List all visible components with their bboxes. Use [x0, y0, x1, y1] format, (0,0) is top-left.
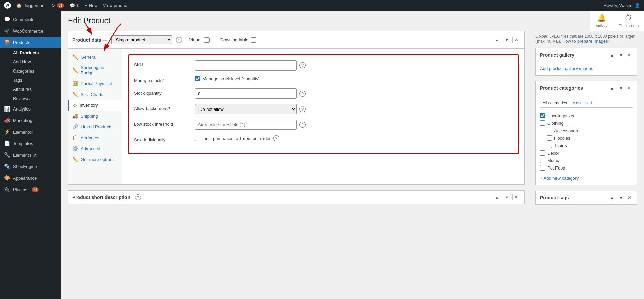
sidebar: 💬 Comments 🛒 WooCommerce 📦 Products All …	[0, 11, 61, 299]
cat-checkbox-accessories[interactable]	[547, 128, 552, 133]
tab-inventory[interactable]: ◇ Inventory	[68, 100, 122, 111]
cat-checkbox-clothing[interactable]	[540, 120, 545, 126]
sold-individually-field: Limit purchases to 1 item per order ?	[195, 135, 513, 141]
sidebar-item-elementskit[interactable]: 🔧 ElementsKit	[0, 149, 61, 161]
short-desc-collapse-down-btn[interactable]: ▼	[503, 194, 511, 200]
sidebar-item-shopengine[interactable]: 🔩 ShopEngine	[0, 161, 61, 172]
backorders-field: Do not allow Allow, but notify customer …	[195, 104, 513, 114]
adminbar-comments[interactable]: 💬 0	[70, 3, 79, 8]
size-charts-tab-icon: ✏️	[72, 92, 78, 97]
sidebar-sub-all-products[interactable]: All Products	[0, 48, 61, 57]
tab-linked-products[interactable]: 🔗 Linked Products	[68, 121, 122, 132]
sidebar-item-analytics[interactable]: 📊 Analytics	[0, 103, 61, 115]
backorders-help-icon[interactable]: ?	[299, 106, 306, 112]
tags-close-btn[interactable]: ✕	[626, 194, 633, 201]
cat-checkbox-petfood[interactable]	[540, 165, 545, 171]
cat-label-accessories: Accessories	[554, 128, 578, 133]
virtual-checkbox[interactable]	[204, 37, 210, 43]
collapse-down-btn[interactable]: ▼	[503, 37, 511, 43]
product-type-help-icon[interactable]: ?	[176, 37, 182, 43]
downloadable-checkbox[interactable]	[251, 37, 256, 43]
adminbar-updates[interactable]: ↻ 31	[51, 3, 64, 8]
cat-item-hoodies: Hoodies	[540, 134, 633, 142]
gallery-collapse-up-btn[interactable]: ▲	[608, 52, 616, 58]
product-gallery-content: Add product gallery images	[536, 62, 637, 75]
wp-logo[interactable]: W	[4, 2, 11, 9]
sidebar-item-plugins[interactable]: 🔌 Plugins 14	[0, 184, 61, 195]
cat-label-decor: Decor	[547, 151, 559, 156]
sold-individually-checkbox[interactable]	[195, 136, 200, 141]
stock-qty-row: Stock quantity ?	[134, 88, 513, 99]
tab-get-more-options[interactable]: ✏️ Get more options	[68, 154, 122, 165]
sidebar-item-marketing[interactable]: 📣 Marketing	[0, 115, 61, 126]
tab-shopengine-badge[interactable]: ✏️ Shopengine Badge	[68, 62, 122, 78]
sidebar-item-woocommerce[interactable]: 🛒 WooCommerce	[0, 25, 61, 37]
categories-close-btn[interactable]: ✕	[626, 85, 633, 92]
backorders-select[interactable]: Do not allow Allow, but notify customer …	[195, 104, 297, 114]
cat-tab-most-used[interactable]: Most Used	[570, 99, 594, 107]
short-desc-collapse-up-btn[interactable]: ▲	[493, 194, 501, 200]
short-desc-help-icon[interactable]: ?	[135, 194, 141, 200]
activity-button[interactable]: 🔔 Activity	[590, 11, 613, 31]
stock-qty-input[interactable]	[195, 88, 297, 99]
linked-products-tab-icon: 🔗	[72, 124, 78, 129]
sku-input[interactable]	[195, 60, 297, 71]
sidebar-sub-categories[interactable]: Categories	[0, 66, 61, 76]
sidebar-item-templates[interactable]: 📄 Templates	[0, 138, 61, 149]
shipping-tab-icon: 🚚	[72, 113, 78, 119]
sidebar-sub-add-new[interactable]: Add New	[0, 57, 61, 66]
low-stock-help-icon[interactable]: ?	[299, 122, 306, 128]
cat-item-tshirts: Tshirts	[540, 142, 633, 149]
sidebar-sub-tags[interactable]: Tags	[0, 76, 61, 85]
cat-checkbox-hoodies[interactable]	[547, 135, 552, 141]
cat-item-petfood: Pet Food	[540, 164, 633, 172]
sidebar-sub-reviews[interactable]: Reviews	[0, 94, 61, 103]
short-desc-header[interactable]: Product short description ? ▲ ▼ ✕	[68, 191, 524, 204]
cat-checkbox-uncategorized[interactable]	[540, 113, 545, 118]
tab-shipping[interactable]: 🚚 Shipping	[68, 111, 122, 121]
short-desc-close-btn[interactable]: ✕	[512, 194, 520, 200]
manage-stock-label: Manage stock?	[134, 76, 195, 83]
tags-collapse-down-btn[interactable]: ▼	[617, 194, 625, 201]
cat-checkbox-tshirts[interactable]	[547, 143, 552, 148]
collapse-up-btn[interactable]: ▲	[493, 37, 501, 43]
tab-attributes[interactable]: 📋 Attributes	[68, 132, 122, 143]
adminbar-new[interactable]: + New	[85, 3, 97, 8]
low-stock-input[interactable]	[195, 120, 297, 130]
stock-qty-help-icon[interactable]: ?	[299, 91, 306, 97]
sold-individually-checkbox-row: Limit purchases to 1 item per order	[195, 136, 271, 141]
cat-checkbox-decor[interactable]	[540, 150, 545, 156]
gallery-close-btn[interactable]: ✕	[626, 52, 633, 58]
sold-individually-help-icon[interactable]: ?	[273, 135, 279, 141]
manage-stock-checkbox[interactable]	[195, 76, 200, 81]
sidebar-sub-attributes[interactable]: Attributes	[0, 85, 61, 94]
tags-collapse-up-btn[interactable]: ▲	[608, 194, 616, 201]
cat-checkbox-music[interactable]	[540, 158, 545, 163]
tab-partial-payment[interactable]: 🖼️ Partial Payment	[68, 78, 122, 89]
adminbar-view-product[interactable]: View product	[103, 3, 129, 8]
adminbar-site-name[interactable]: 🏠 Juggernaut	[16, 3, 46, 8]
sidebar-item-elementor[interactable]: ⚡ Elementor	[0, 126, 61, 138]
shopengine-icon: 🔩	[4, 163, 10, 170]
product-data-controls: ▲ ▼ ✕	[493, 37, 520, 43]
categories-collapse-up-btn[interactable]: ▲	[608, 85, 616, 92]
add-new-category-link[interactable]: + Add new category	[540, 176, 633, 181]
categories-collapse-down-btn[interactable]: ▼	[617, 85, 625, 92]
close-btn[interactable]: ✕	[512, 37, 520, 43]
sku-help-icon[interactable]: ?	[299, 62, 306, 68]
sidebar-item-comments[interactable]: 💬 Comments	[0, 14, 61, 25]
comments-icon: 💬	[4, 16, 10, 22]
finish-setup-button[interactable]: ⏱ Finish setup	[613, 11, 644, 31]
add-gallery-images-link[interactable]: Add product gallery images	[540, 66, 593, 71]
cat-tab-all[interactable]: All categories	[540, 99, 570, 107]
adminbar-user[interactable]: Howdy, Wasim 👤	[604, 3, 640, 8]
product-type-select[interactable]: Simple product Variable product Grouped …	[111, 35, 172, 44]
tab-advanced[interactable]: ⚙️ Advanced	[68, 143, 122, 154]
short-desc-title: Product short description	[72, 195, 130, 200]
tab-size-charts[interactable]: ✏️ Size Charts	[68, 89, 122, 100]
gallery-collapse-down-btn[interactable]: ▼	[617, 52, 625, 58]
sidebar-item-products[interactable]: 📦 Products	[0, 37, 61, 48]
tab-general[interactable]: ✏️ General	[68, 52, 122, 62]
product-gallery-header: Product gallery ▲ ▼ ✕	[536, 48, 637, 62]
sidebar-item-appearance[interactable]: 🎨 Appearance	[0, 172, 61, 184]
